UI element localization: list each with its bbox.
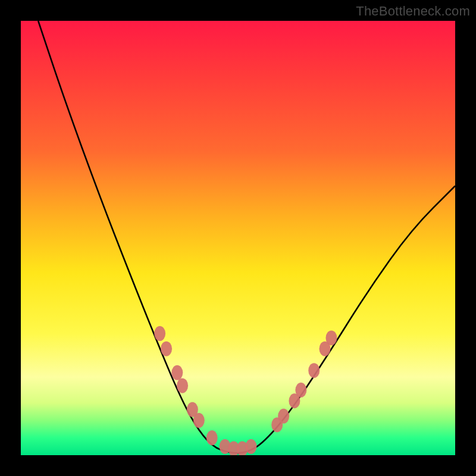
watermark-text: TheBottleneck.com (356, 4, 470, 19)
svg-point-2 (171, 365, 183, 380)
svg-point-14 (295, 383, 306, 397)
svg-point-12 (278, 409, 289, 424)
svg-point-15 (308, 363, 320, 378)
svg-point-0 (154, 326, 165, 341)
plot-area (21, 21, 455, 455)
svg-point-1 (161, 342, 172, 356)
svg-point-3 (177, 378, 188, 393)
bottleneck-curve (38, 21, 455, 453)
svg-point-17 (325, 330, 337, 345)
svg-point-10 (245, 439, 256, 454)
curve-svg (21, 21, 455, 455)
chart-container: TheBottleneck.com (0, 0, 476, 476)
svg-point-6 (206, 430, 218, 445)
svg-point-5 (193, 413, 205, 428)
highlighted-markers (154, 326, 337, 455)
